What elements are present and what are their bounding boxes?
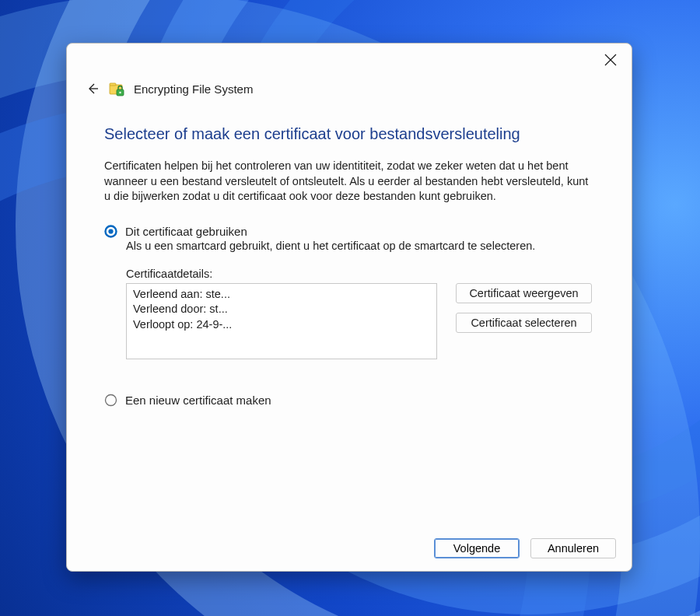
cert-expires: Verloopt op: 24-9-... bbox=[133, 317, 430, 333]
next-button[interactable]: Volgende bbox=[434, 538, 520, 558]
view-certificate-button[interactable]: Certificaat weergeven bbox=[456, 283, 592, 303]
radio-use-label: Dit certificaat gebruiken bbox=[125, 225, 247, 238]
svg-point-8 bbox=[108, 229, 113, 233]
cert-issued-by: Verleend door: st... bbox=[133, 302, 430, 317]
cert-issued-to: Verleend aan: ste... bbox=[133, 287, 430, 303]
close-button[interactable] bbox=[604, 53, 618, 67]
svg-point-9 bbox=[106, 394, 117, 405]
cancel-button[interactable]: Annuleren bbox=[530, 538, 616, 558]
radio-new-label: Een nieuw certificaat maken bbox=[125, 394, 271, 407]
radio-use-this-certificate[interactable] bbox=[104, 225, 117, 238]
radio-use-subtext: Als u een smartcard gebruikt, dient u he… bbox=[126, 240, 594, 252]
page-description: Certificaten helpen bij het controleren … bbox=[104, 159, 594, 205]
svg-point-6 bbox=[119, 92, 121, 93]
select-certificate-button[interactable]: Certificaat selecteren bbox=[456, 313, 592, 333]
page-title: Selecteer of maak een certificaat voor b… bbox=[104, 125, 594, 143]
radio-create-new-certificate[interactable] bbox=[104, 394, 117, 407]
efs-folder-lock-icon bbox=[109, 79, 124, 98]
svg-rect-4 bbox=[110, 83, 116, 86]
dialog-title: Encrypting File System bbox=[134, 82, 253, 96]
back-button[interactable] bbox=[86, 82, 100, 96]
cert-details-box: Verleend aan: ste... Verleend door: st..… bbox=[126, 283, 437, 359]
cert-details-label: Certificaatdetails: bbox=[126, 268, 594, 280]
efs-wizard-dialog: Encrypting File System Selecteer of maak… bbox=[66, 43, 632, 572]
